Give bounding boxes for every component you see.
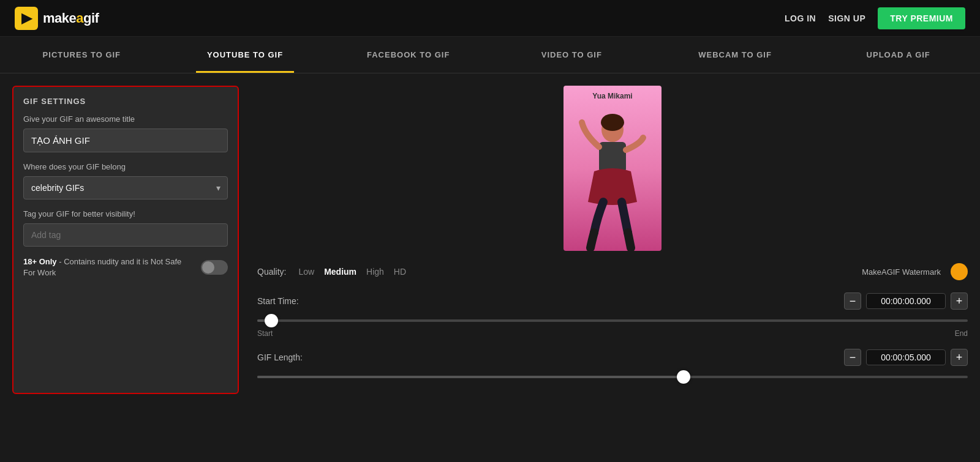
right-content: Yua Mikami [239, 86, 968, 394]
tag-field-group: Tag your GIF for better visibility! [23, 209, 228, 247]
gif-length-row: GIF Length: − 00:00:05.000 + [257, 349, 968, 383]
title-field-group: Give your GIF an awesome title [23, 114, 228, 152]
title-input[interactable] [23, 129, 228, 152]
signup-link[interactable]: SIGN UP [828, 13, 865, 23]
header-nav: LOG IN SIGN UP TRY PREMIUM [785, 7, 965, 29]
category-select-wrap: celebrity GIFs funny GIFs reaction GIFs … [23, 176, 228, 199]
header: ▶ makeagif LOG IN SIGN UP TRY PREMIUM [0, 0, 980, 37]
category-select[interactable]: celebrity GIFs funny GIFs reaction GIFs [23, 176, 228, 199]
tag-label: Tag your GIF for better visibility! [23, 209, 228, 218]
gif-length-fill [257, 376, 684, 378]
start-time-track [257, 319, 968, 322]
quality-low[interactable]: Low [298, 267, 314, 277]
adult-bold: 18+ Only [23, 257, 57, 266]
logo-text: makeagif [43, 10, 99, 26]
start-time-labels: Start End [257, 329, 968, 338]
adult-toggle[interactable] [201, 260, 228, 275]
start-time-thumb[interactable] [265, 314, 278, 327]
tab-pictures[interactable]: PICTURES TO GIF [0, 37, 164, 73]
tab-facebook[interactable]: FACEBOOK TO GIF [326, 37, 490, 73]
watermark-label: MakeAGIF Watermark [862, 267, 941, 277]
start-time-row: Start Time: − 00:00:00.000 + Start End [257, 292, 968, 338]
adult-text: 18+ Only - Contains nudity and it is Not… [23, 256, 195, 278]
logo[interactable]: ▶ makeagif [15, 7, 99, 30]
nav-tabs: PICTURES TO GIF YOUTUBE TO GIF FACEBOOK … [0, 37, 980, 73]
person-figure [570, 110, 655, 251]
quality-row: Quality: Low Medium High HD MakeAGIF Wat… [257, 263, 968, 280]
gif-length-track [257, 376, 968, 378]
start-time-slider[interactable] [257, 315, 968, 327]
start-time-controls: − 00:00:00.000 + [844, 292, 968, 310]
end-label: End [955, 329, 968, 338]
gif-length-header: GIF Length: − 00:00:05.000 + [257, 349, 968, 366]
gif-length-plus[interactable]: + [951, 349, 968, 366]
gif-length-thumb[interactable] [677, 370, 690, 384]
premium-button[interactable]: TRY PREMIUM [878, 7, 965, 29]
adult-row: 18+ Only - Contains nudity and it is Not… [23, 256, 228, 278]
gif-length-slider[interactable] [257, 371, 968, 383]
tab-youtube[interactable]: YOUTUBE TO GIF [164, 37, 327, 73]
svg-rect-2 [599, 142, 626, 173]
tag-input[interactable] [23, 223, 228, 247]
tab-video[interactable]: VIDEO TO GIF [490, 37, 654, 73]
toggle-knob [202, 261, 214, 274]
settings-title: GIF SETTINGS [23, 97, 228, 106]
svg-point-1 [601, 114, 624, 131]
login-link[interactable]: LOG IN [785, 13, 816, 23]
main-content: GIF SETTINGS Give your GIF an awesome ti… [0, 73, 980, 406]
quality-medium[interactable]: Medium [324, 267, 356, 277]
tab-upload[interactable]: UPLOAD A GIF [816, 37, 980, 73]
quality-hd[interactable]: HD [394, 267, 406, 277]
gif-length-minus[interactable]: − [844, 349, 861, 366]
gif-length-controls: − 00:00:05.000 + [844, 349, 968, 366]
start-time-minus[interactable]: − [844, 292, 861, 310]
start-time-header: Start Time: − 00:00:00.000 + [257, 292, 968, 310]
preview-person-name: Yua Mikami [564, 92, 662, 100]
start-time-label: Start Time: [257, 296, 299, 306]
preview-image: Yua Mikami [564, 86, 662, 251]
logo-icon: ▶ [15, 7, 38, 30]
category-field-group: Where does your GIF belong celebrity GIF… [23, 162, 228, 199]
preview-image-wrap: Yua Mikami [257, 86, 968, 251]
start-time-plus[interactable]: + [951, 292, 968, 310]
quality-label: Quality: [257, 267, 286, 277]
tab-webcam[interactable]: WEBCAM TO GIF [654, 37, 817, 73]
quality-high[interactable]: High [366, 267, 384, 277]
category-label: Where does your GIF belong [23, 162, 228, 171]
title-label: Give your GIF an awesome title [23, 114, 228, 124]
gif-length-value: 00:00:05.000 [866, 349, 946, 365]
watermark-dot [951, 263, 968, 280]
settings-panel: GIF SETTINGS Give your GIF an awesome ti… [12, 86, 239, 394]
gif-length-label: GIF Length: [257, 352, 303, 362]
start-time-value: 00:00:00.000 [866, 293, 946, 309]
start-label: Start [257, 329, 273, 338]
